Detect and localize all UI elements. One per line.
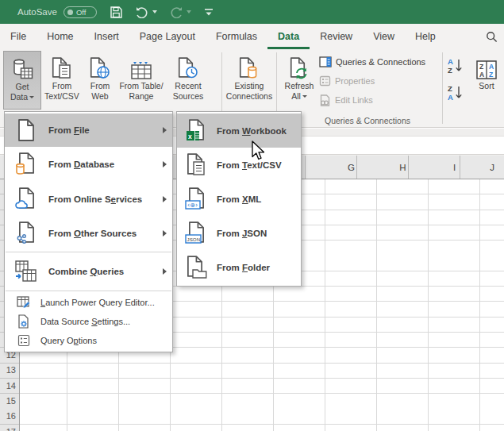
get-data-icon <box>10 58 34 82</box>
database-icon <box>15 152 37 176</box>
row-header-14[interactable]: 14 <box>0 379 16 394</box>
column-header-g[interactable]: G <box>325 163 377 172</box>
menu-item-query-options[interactable]: Query Options <box>5 331 172 350</box>
submenu-arrow-icon <box>163 268 167 275</box>
svg-text:Z: Z <box>448 66 452 75</box>
autosave-toggle[interactable]: Off <box>63 6 97 18</box>
sort-button[interactable]: Z A A Z Sort <box>470 51 503 110</box>
tab-formulas[interactable]: Formulas <box>206 24 267 49</box>
customize-quick-access-toolbar-button[interactable] <box>204 7 214 17</box>
gear-icon <box>17 314 31 329</box>
file-icon <box>16 119 37 141</box>
undo-icon <box>136 6 148 18</box>
query-options-icon <box>17 334 30 347</box>
undo-dropdown-arrow-icon <box>152 10 157 13</box>
menu-item-combine-queries[interactable]: Combine Queries <box>5 254 172 289</box>
svg-text:‹⊕›: ‹⊕› <box>187 202 198 209</box>
menu-item-from-database[interactable]: From Database <box>5 147 172 182</box>
mouse-cursor <box>248 140 268 165</box>
existing-connections-button[interactable]: Existing Connections <box>225 51 274 110</box>
redo-button[interactable] <box>170 6 191 18</box>
ribbon-tabs: File Home Insert Page Layout Formulas Da… <box>0 24 504 49</box>
recent-sources-button[interactable]: Recent Sources <box>167 51 210 110</box>
from-table-range-button[interactable]: From Table/ Range <box>119 51 164 110</box>
cloud-icon <box>15 187 37 211</box>
row-header-13[interactable]: 13 <box>0 363 16 378</box>
sort-ascending-button[interactable]: A Z <box>444 56 467 76</box>
tab-insert[interactable]: Insert <box>84 24 129 49</box>
sort-descending-button[interactable]: Z A <box>444 83 467 103</box>
redo-dropdown-arrow-icon <box>187 10 191 13</box>
svg-text:x: x <box>188 132 192 140</box>
qat-customize-icon <box>204 7 214 17</box>
row-header-17[interactable]: 17 <box>0 425 16 431</box>
svg-text:A: A <box>479 71 484 79</box>
submenu-item-from-folder[interactable]: From Folder <box>177 250 301 284</box>
tab-page-layout[interactable]: Page Layout <box>129 24 206 49</box>
autosave-state: Off <box>76 8 87 17</box>
svg-text:A: A <box>448 93 453 102</box>
tab-review[interactable]: Review <box>310 24 363 49</box>
toggle-knob <box>67 10 73 15</box>
properties-button[interactable]: Properties <box>319 73 425 89</box>
column-header-h[interactable]: H <box>377 163 429 172</box>
tab-view[interactable]: View <box>363 24 405 49</box>
tab-home[interactable]: Home <box>37 24 83 49</box>
submenu-item-from-json[interactable]: JSON From JSON <box>177 216 301 250</box>
menu-item-from-file[interactable]: From File <box>5 114 172 147</box>
column-header-j[interactable]: J <box>480 163 504 172</box>
row-header-15[interactable]: 15 <box>0 394 16 409</box>
get-data-button[interactable]: Get Data <box>3 51 41 110</box>
svg-text:Z: Z <box>448 84 452 93</box>
tab-help[interactable]: Help <box>405 24 446 49</box>
web-globe-icon <box>89 57 111 81</box>
submenu-item-from-text-csv[interactable]: From Text/CSV <box>177 148 301 182</box>
recent-sources-clock-icon <box>177 57 199 81</box>
submenu-item-from-workbook[interactable]: x From Workbook <box>177 114 301 148</box>
from-text-csv-button[interactable]: From Text/CSV <box>43 51 81 110</box>
queries-connections-icon <box>319 56 332 67</box>
svg-text:Z: Z <box>479 63 483 71</box>
tab-file[interactable]: File <box>0 24 37 49</box>
menu-item-from-other-sources[interactable]: From Other Sources <box>5 217 172 250</box>
search-button[interactable] <box>486 24 498 49</box>
search-icon <box>486 31 498 43</box>
edit-links-icon <box>319 94 331 106</box>
edit-links-button[interactable]: Edit Links <box>319 92 425 108</box>
refresh-all-button[interactable]: Refresh All <box>279 51 319 110</box>
combine-queries-icon <box>14 260 38 283</box>
row-header-16[interactable]: 16 <box>0 409 16 424</box>
get-data-menu: From File From Database From Onli <box>4 111 173 352</box>
menu-separator <box>6 252 171 252</box>
submenu-arrow-icon <box>163 161 167 167</box>
menu-item-data-source-settings[interactable]: Data Source Settings... <box>5 312 172 331</box>
title-bar: AutoSave Off <box>0 0 504 24</box>
molecule-icon <box>15 221 37 245</box>
queries-connections-button[interactable]: Queries & Connections <box>319 54 425 70</box>
text-csv-icon <box>51 57 73 81</box>
svg-text:A: A <box>489 63 494 71</box>
dropdown-arrow-icon <box>29 96 34 98</box>
get-data-label-line1: Get <box>16 82 29 92</box>
existing-connections-icon <box>238 57 260 81</box>
svg-text:Z: Z <box>489 71 493 79</box>
autosave-label: AutoSave <box>17 7 57 17</box>
submenu-item-from-xml[interactable]: ‹⊕› From XML <box>177 182 301 216</box>
refresh-icon <box>287 57 311 81</box>
get-data-label-line2: Data <box>10 92 34 102</box>
column-header-i[interactable]: I <box>429 163 480 172</box>
power-query-editor-icon <box>17 295 31 310</box>
menu-item-launch-power-query-editor[interactable]: Launch Power Query Editor... <box>5 293 172 312</box>
from-web-button[interactable]: From Web <box>83 51 117 110</box>
tab-data[interactable]: Data <box>267 24 310 49</box>
sort-za-icon: Z A <box>445 83 466 102</box>
save-icon <box>110 6 123 19</box>
json-icon: JSON <box>185 221 207 245</box>
sort-icon: Z A A Z <box>475 59 498 81</box>
save-button[interactable] <box>110 6 123 19</box>
menu-item-from-online-services[interactable]: From Online Services <box>5 182 172 217</box>
submenu-arrow-icon <box>163 230 167 237</box>
undo-button[interactable] <box>136 6 157 18</box>
excel-workbook-icon: x <box>185 119 207 143</box>
excel-window: AutoSave Off <box>0 0 504 431</box>
